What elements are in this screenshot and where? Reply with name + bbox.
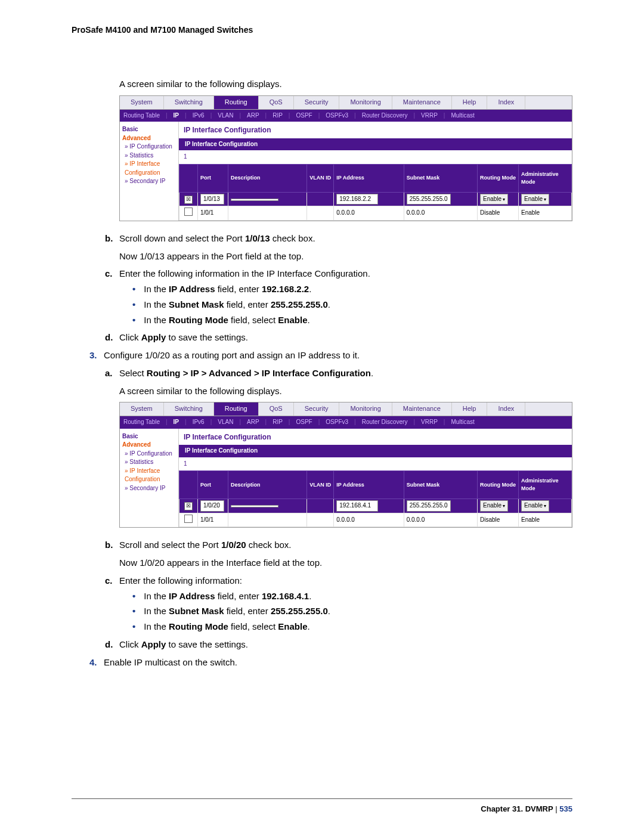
ip-field[interactable]: 192.168.2.2 bbox=[336, 194, 378, 205]
sidebar: Basic Advanced » IP Configuration » Stat… bbox=[120, 429, 179, 527]
screenshot-2: System Switching Routing QoS Security Mo… bbox=[119, 402, 572, 528]
sidebar-advanced[interactable]: Advanced bbox=[122, 134, 176, 143]
subtab-router-discovery[interactable]: Router Discovery bbox=[362, 112, 408, 120]
port-field[interactable]: 1/0/20 bbox=[200, 500, 224, 512]
tab-index[interactable]: Index bbox=[487, 402, 525, 416]
sidebar-basic[interactable]: Basic bbox=[122, 125, 176, 134]
cell-mask: 0.0.0.0 bbox=[404, 206, 477, 221]
desc-field[interactable] bbox=[231, 505, 278, 507]
tab-bar: System Switching Routing QoS Security Mo… bbox=[120, 402, 572, 416]
col-ip: IP Address bbox=[334, 471, 404, 499]
tab-help[interactable]: Help bbox=[452, 402, 488, 416]
sidebar-ip-interface[interactable]: » IP Interface bbox=[122, 467, 176, 476]
step-d: d. Click Apply to save the settings. bbox=[105, 331, 572, 344]
step-c2: c. Enter the following information: In t… bbox=[105, 574, 572, 633]
config-table: Port Description VLAN ID IP Address Subn… bbox=[179, 164, 572, 221]
subtab-ip[interactable]: IP bbox=[174, 418, 179, 427]
amode-select[interactable]: Enable bbox=[521, 500, 549, 512]
tab-security[interactable]: Security bbox=[294, 402, 340, 416]
subtab-vlan[interactable]: VLAN bbox=[218, 418, 233, 427]
col-rmode: Routing Mode bbox=[478, 471, 519, 499]
col-check bbox=[179, 164, 198, 192]
sidebar-statistics[interactable]: » Statistics bbox=[122, 151, 176, 160]
subtab-ospfv3[interactable]: OSPFv3 bbox=[326, 418, 348, 427]
sidebar: Basic Advanced » IP Configuration » Stat… bbox=[120, 122, 179, 220]
col-vlan: VLAN ID bbox=[307, 471, 334, 499]
sidebar-ip-interface[interactable]: » IP Interface bbox=[122, 160, 176, 169]
rmode-select[interactable]: Enable bbox=[480, 500, 508, 512]
panel-title: IP Interface Configuration bbox=[179, 432, 572, 445]
rmode-select[interactable]: Enable bbox=[480, 194, 508, 205]
tab-qos[interactable]: QoS bbox=[259, 402, 294, 416]
subtab-ipv6[interactable]: IPv6 bbox=[193, 112, 205, 120]
tab-monitoring[interactable]: Monitoring bbox=[339, 96, 392, 109]
filter-row[interactable]: 1 bbox=[179, 457, 572, 471]
tab-routing[interactable]: Routing bbox=[214, 402, 259, 416]
tab-index[interactable]: Index bbox=[487, 96, 525, 109]
mask-field[interactable]: 255.255.255.0 bbox=[407, 500, 451, 512]
tab-system[interactable]: System bbox=[120, 402, 164, 416]
cell-mask: 0.0.0.0 bbox=[404, 513, 477, 527]
subtab-routing-table[interactable]: Routing Table bbox=[123, 112, 160, 120]
tab-system[interactable]: System bbox=[120, 96, 164, 109]
bullet: In the IP Address field, enter 192.168.2… bbox=[132, 283, 572, 296]
sidebar-secondary-ip[interactable]: » Secondary IP bbox=[122, 484, 176, 493]
subtab-ospf[interactable]: OSPF bbox=[296, 418, 312, 427]
sidebar-ip-config[interactable]: » IP Configuration bbox=[122, 450, 176, 459]
sidebar-statistics[interactable]: » Statistics bbox=[122, 458, 176, 467]
step-b: b. Scroll down and select the Port 1/0/1… bbox=[105, 232, 572, 263]
table-row-edit: ☒ 1/0/20 192.168.4.1 255.255.255.0 Enabl… bbox=[179, 499, 572, 513]
subtab-arp[interactable]: ARP bbox=[247, 418, 259, 427]
step-b2: b. Scroll and select the Port 1/0/20 che… bbox=[105, 538, 572, 569]
sidebar-ip-interface2[interactable]: Configuration bbox=[122, 475, 176, 484]
tab-help[interactable]: Help bbox=[452, 96, 488, 109]
subtab-ospf[interactable]: OSPF bbox=[296, 112, 312, 120]
bullet: In the IP Address field, enter 192.168.4… bbox=[132, 590, 572, 603]
ip-field[interactable]: 192.168.4.1 bbox=[336, 500, 378, 512]
tab-routing[interactable]: Routing bbox=[214, 96, 259, 109]
tab-switching[interactable]: Switching bbox=[164, 402, 214, 416]
row-checkbox[interactable] bbox=[184, 208, 193, 216]
subtab-arp[interactable]: ARP bbox=[247, 112, 259, 120]
port-field[interactable]: 1/0/13 bbox=[200, 194, 224, 205]
sidebar-basic[interactable]: Basic bbox=[122, 432, 176, 441]
tab-switching[interactable]: Switching bbox=[164, 96, 214, 109]
footer-chapter: Chapter 31. DVMRP bbox=[481, 804, 553, 813]
bullet: In the Subnet Mask field, enter 255.255.… bbox=[132, 298, 572, 311]
cell-amode: Enable bbox=[519, 206, 572, 221]
subtab-vrrp[interactable]: VRRP bbox=[421, 112, 438, 120]
tab-monitoring[interactable]: Monitoring bbox=[339, 402, 392, 416]
tab-maintenance[interactable]: Maintenance bbox=[392, 402, 452, 416]
subtab-rip[interactable]: RIP bbox=[273, 418, 283, 427]
desc-field[interactable] bbox=[231, 199, 278, 201]
amode-select[interactable]: Enable bbox=[521, 194, 549, 205]
row-checkbox[interactable]: ☒ bbox=[184, 502, 193, 510]
subtab-vlan[interactable]: VLAN bbox=[218, 112, 233, 120]
step-a: a. Select Routing > IP > Advanced > IP I… bbox=[105, 367, 572, 380]
subtab-router-discovery[interactable]: Router Discovery bbox=[362, 418, 408, 427]
subtab-routing-table[interactable]: Routing Table bbox=[123, 418, 160, 427]
tab-qos[interactable]: QoS bbox=[259, 96, 294, 109]
sidebar-secondary-ip[interactable]: » Secondary IP bbox=[122, 177, 176, 186]
footer-page-number: 535 bbox=[559, 804, 572, 813]
subtab-ipv6[interactable]: IPv6 bbox=[193, 418, 205, 427]
subtab-ospfv3[interactable]: OSPFv3 bbox=[326, 112, 348, 120]
page-footer: Chapter 31. DVMRP | 535 bbox=[0, 794, 644, 815]
subtab-ip[interactable]: IP bbox=[174, 112, 179, 120]
row-checkbox[interactable]: ☒ bbox=[184, 196, 193, 204]
row-checkbox[interactable] bbox=[184, 515, 193, 523]
subtab-rip[interactable]: RIP bbox=[273, 112, 283, 120]
subtab-vrrp[interactable]: VRRP bbox=[421, 418, 438, 427]
sidebar-ip-interface2[interactable]: Configuration bbox=[122, 169, 176, 178]
tab-maintenance[interactable]: Maintenance bbox=[392, 96, 452, 109]
subtab-multicast[interactable]: Multicast bbox=[451, 112, 474, 120]
bullet: In the Subnet Mask field, enter 255.255.… bbox=[132, 605, 572, 618]
intro-text-2: A screen similar to the following displa… bbox=[119, 385, 572, 398]
intro-text-1: A screen similar to the following displa… bbox=[119, 78, 572, 91]
subtab-multicast[interactable]: Multicast bbox=[451, 418, 474, 427]
filter-row[interactable]: 1 bbox=[179, 150, 572, 164]
tab-security[interactable]: Security bbox=[294, 96, 340, 109]
sidebar-ip-config[interactable]: » IP Configuration bbox=[122, 143, 176, 151]
mask-field[interactable]: 255.255.255.0 bbox=[407, 194, 451, 205]
sidebar-advanced[interactable]: Advanced bbox=[122, 441, 176, 450]
